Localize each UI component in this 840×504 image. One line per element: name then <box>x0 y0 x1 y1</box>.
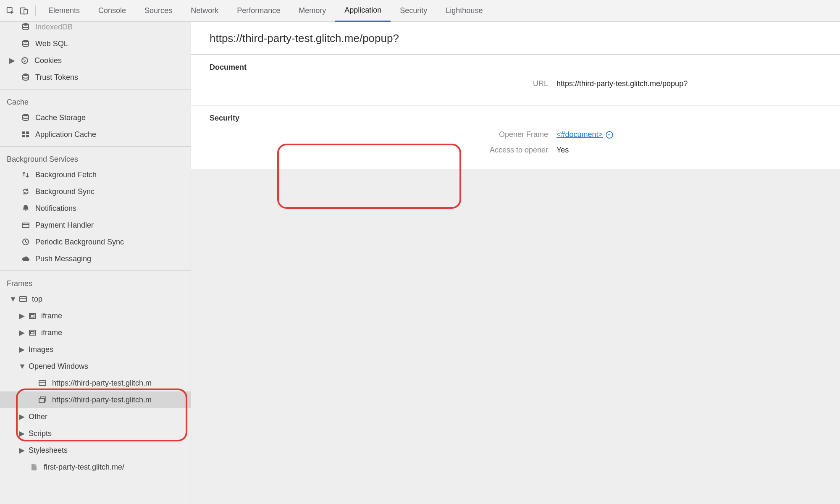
svg-point-8 <box>24 61 25 63</box>
stylesheet-file[interactable]: first-party-test.glitch.me/ <box>0 459 191 475</box>
sidebar-label: Notifications <box>35 204 76 213</box>
opened-window-item-selected[interactable]: https://third-party-test.glitch.m <box>0 391 191 408</box>
collapse-arrow-icon[interactable]: ▼ <box>18 362 25 371</box>
opener-frame-link[interactable]: <#document> <box>556 130 603 139</box>
expand-arrow-icon[interactable]: ▶ <box>18 328 25 337</box>
bell-icon <box>20 204 31 213</box>
svg-point-7 <box>25 60 26 62</box>
database-icon <box>20 73 31 81</box>
frames-iframe[interactable]: ▶ iframe <box>0 324 191 341</box>
frames-opened-windows[interactable]: ▼ Opened Windows <box>0 358 191 375</box>
kv-url: URL https://third-party-test.glitch.me/p… <box>191 79 840 88</box>
sidebar-group-background-services: Background Services <box>0 150 191 166</box>
frames-top[interactable]: ▼ top <box>0 291 191 307</box>
kv-value: Yes <box>556 146 569 155</box>
clock-icon <box>20 238 31 246</box>
database-icon <box>20 113 31 122</box>
svg-rect-27 <box>39 399 45 403</box>
svg-point-9 <box>23 74 29 76</box>
svg-rect-24 <box>39 381 46 386</box>
divider <box>0 146 191 147</box>
tab-console[interactable]: Console <box>89 0 135 22</box>
tree-label: Stylesheets <box>29 446 68 455</box>
frames-stylesheets[interactable]: ▶ Stylesheets <box>0 442 191 459</box>
svg-point-6 <box>24 59 25 60</box>
sidebar-label: Cookies <box>34 56 62 65</box>
kv-value: https://third-party-test.glitch.me/popup… <box>556 79 688 88</box>
tab-memory[interactable]: Memory <box>289 0 335 22</box>
sidebar-item-notifications[interactable]: Notifications <box>0 200 191 217</box>
sidebar-label: IndexedDB <box>35 23 73 32</box>
sidebar-item-indexeddb[interactable]: IndexedDB <box>0 22 191 35</box>
kv-label: Access to opener <box>191 146 556 155</box>
sidebar-item-websql[interactable]: Web SQL <box>0 35 191 52</box>
device-toggle-icon[interactable] <box>19 6 29 16</box>
reveal-in-elements-icon[interactable] <box>605 131 614 139</box>
transfer-icon <box>20 171 31 179</box>
sidebar-item-cache-storage[interactable]: Cache Storage <box>0 109 191 126</box>
svg-rect-15 <box>22 223 29 228</box>
detail-content: https://third-party-test.glitch.me/popup… <box>191 22 840 504</box>
sidebar-label: Background Fetch <box>35 171 97 179</box>
expand-arrow-icon[interactable]: ▶ <box>18 345 25 354</box>
tab-sources[interactable]: Sources <box>135 0 181 22</box>
tree-label: Scripts <box>29 429 52 438</box>
sidebar-label: Payment Handler <box>35 221 94 230</box>
expand-arrow-icon[interactable]: ▶ <box>18 311 25 320</box>
sidebar-label: Application Cache <box>35 130 96 139</box>
expand-arrow-icon[interactable]: ▶ <box>18 429 25 438</box>
expand-arrow-icon[interactable]: ▶ <box>18 412 25 421</box>
kv-access-to-opener: Access to opener Yes <box>191 146 840 155</box>
toolbar-icons <box>0 6 33 16</box>
expand-arrow-icon[interactable]: ▶ <box>18 446 25 455</box>
frames-iframe[interactable]: ▶ iframe <box>0 307 191 324</box>
sidebar-item-cookies[interactable]: ▶ Cookies <box>0 52 191 69</box>
sidebar-item-push-messaging[interactable]: Push Messaging <box>0 250 191 267</box>
sidebar-item-background-fetch[interactable]: Background Fetch <box>0 166 191 183</box>
sidebar-label: Web SQL <box>35 39 68 48</box>
iframe-icon <box>27 328 38 337</box>
section-security: Security Opener Frame <#document> Access… <box>191 105 840 169</box>
sidebar-item-trust-tokens[interactable]: Trust Tokens <box>0 69 191 86</box>
page-title: https://third-party-test.glitch.me/popup… <box>191 22 840 55</box>
tab-elements[interactable]: Elements <box>39 0 89 22</box>
kv-opener-frame: Opener Frame <#document> <box>191 130 840 139</box>
frames-other[interactable]: ▶ Other <box>0 408 191 425</box>
iframe-icon <box>27 312 38 320</box>
sidebar-item-payment-handler[interactable]: Payment Handler <box>0 217 191 234</box>
sidebar-label: Push Messaging <box>35 255 91 263</box>
sidebar-item-background-sync[interactable]: Background Sync <box>0 183 191 200</box>
file-icon <box>29 463 39 471</box>
svg-rect-21 <box>31 315 34 317</box>
svg-point-10 <box>23 114 29 116</box>
tree-label: Opened Windows <box>29 362 88 371</box>
inspect-icon[interactable] <box>6 6 15 16</box>
tree-label: https://third-party-test.glitch.m <box>52 396 152 404</box>
expand-arrow-icon[interactable]: ▶ <box>9 56 16 65</box>
kv-label: URL <box>191 79 556 88</box>
svg-rect-2 <box>24 9 27 14</box>
sync-icon <box>20 187 31 196</box>
grid-icon <box>20 130 31 139</box>
sidebar-item-app-cache[interactable]: Application Cache <box>0 126 191 143</box>
window-icon <box>37 379 48 387</box>
frames-scripts[interactable]: ▶ Scripts <box>0 425 191 442</box>
collapse-arrow-icon[interactable]: ▼ <box>9 295 16 304</box>
tab-performance[interactable]: Performance <box>228 0 289 22</box>
tree-label: iframe <box>41 328 62 337</box>
tree-label: first-party-test.glitch.me/ <box>44 463 124 472</box>
opened-window-item[interactable]: https://third-party-test.glitch.m <box>0 375 191 391</box>
divider <box>0 89 191 89</box>
tab-lighthouse[interactable]: Lighthouse <box>436 0 492 22</box>
database-icon <box>20 39 31 48</box>
tab-application[interactable]: Application <box>335 0 391 22</box>
tree-label: Images <box>29 345 53 354</box>
section-document: Document URL https://third-party-test.gl… <box>191 55 840 105</box>
tab-security[interactable]: Security <box>391 0 436 22</box>
frames-images[interactable]: ▶ Images <box>0 341 191 358</box>
tab-network[interactable]: Network <box>181 0 228 22</box>
svg-point-3 <box>23 23 29 26</box>
sidebar-group-cache: Cache <box>0 93 191 109</box>
window-icon <box>18 295 29 303</box>
sidebar-item-periodic-sync[interactable]: Periodic Background Sync <box>0 234 191 250</box>
